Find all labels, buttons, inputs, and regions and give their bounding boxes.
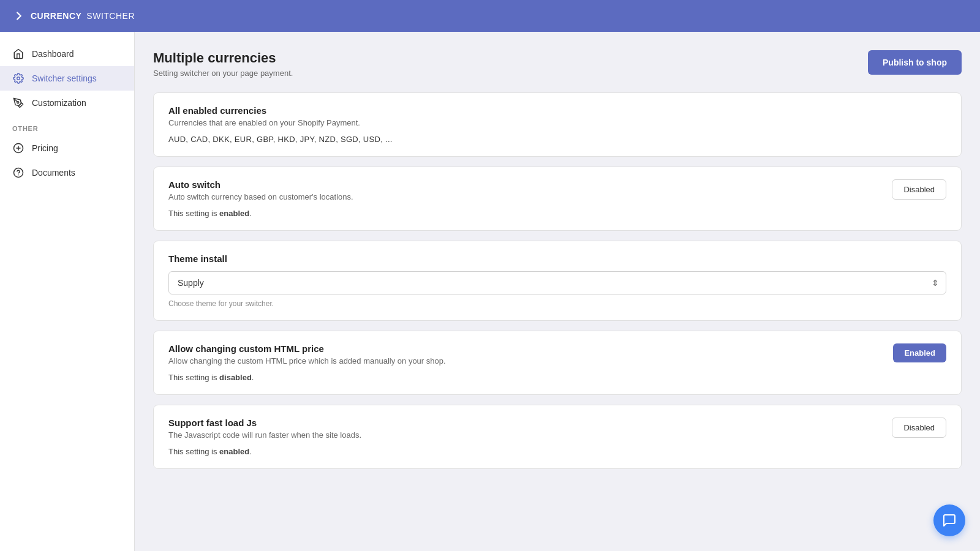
card-theme-install-body: Theme install Supply Dawn Debut Brooklyn… <box>154 241 961 320</box>
card-fast-load-js: Support fast load Js The Javascript code… <box>153 405 962 469</box>
custom-html-price-status-value: disabled <box>219 373 252 382</box>
page-subtitle: Setting switcher on your page payment. <box>153 69 293 78</box>
svg-point-1 <box>17 102 19 103</box>
theme-select-wrapper: Supply Dawn Debut Brooklyn Narrative ⇕ <box>168 271 946 294</box>
question-icon <box>12 167 24 179</box>
fast-load-js-status-value: enabled <box>219 447 249 456</box>
auto-switch-status-suffix: . <box>249 209 252 218</box>
currencies-list: AUD, CAD, DKK, EUR, GBP, HKD, JPY, NZD, … <box>168 135 946 144</box>
card-fast-load-js-row: Support fast load Js The Javascript code… <box>168 418 946 456</box>
card-fast-load-js-body: Support fast load Js The Javascript code… <box>154 405 961 468</box>
sidebar-item-pricing-label: Pricing <box>32 143 58 153</box>
sidebar-item-switcher-label: Switcher settings <box>32 73 97 83</box>
fast-load-js-status-prefix: This setting is <box>168 447 219 456</box>
app-logo: CURRENCY SWITCHER <box>12 9 135 23</box>
card-all-currencies-desc: Currencies that are enabled on your Shop… <box>168 118 946 127</box>
card-auto-switch-body: Auto switch Auto switch currency based o… <box>154 167 961 230</box>
page-header-text: Multiple currencies Setting switcher on … <box>153 50 293 78</box>
theme-hint: Choose theme for your switcher. <box>168 299 946 308</box>
auto-switch-toggle-button[interactable]: Disabled <box>892 179 946 200</box>
card-fast-load-js-title: Support fast load Js <box>168 418 882 428</box>
card-auto-switch-content: Auto switch Auto switch currency based o… <box>168 179 882 218</box>
sidebar-item-pricing[interactable]: Pricing <box>0 136 134 160</box>
publish-button[interactable]: Publish to shop <box>868 50 962 75</box>
card-all-currencies-title: All enabled currencies <box>168 105 946 116</box>
main-content: Multiple currencies Setting switcher on … <box>135 32 980 551</box>
card-theme-install-title: Theme install <box>168 253 946 264</box>
fast-load-js-toggle-button[interactable]: Disabled <box>892 418 946 438</box>
auto-switch-status-prefix: This setting is <box>168 209 219 218</box>
home-icon <box>12 48 24 60</box>
custom-html-price-toggle-button[interactable]: Enabled <box>893 343 946 362</box>
card-custom-html-price-desc: Allow changing the custom HTML price whi… <box>168 356 883 365</box>
auto-switch-status: This setting is enabled. <box>168 209 882 218</box>
page-title: Multiple currencies <box>153 50 293 66</box>
sidebar-item-customization-label: Customization <box>32 98 86 108</box>
sidebar-section-other: OTHER <box>0 115 134 136</box>
theme-select[interactable]: Supply Dawn Debut Brooklyn Narrative <box>168 271 946 294</box>
card-fast-load-js-content: Support fast load Js The Javascript code… <box>168 418 882 456</box>
card-auto-switch-desc: Auto switch currency based on customer's… <box>168 192 882 201</box>
logo-switcher-text: SWITCHER <box>86 11 135 21</box>
page-header: Multiple currencies Setting switcher on … <box>153 50 962 78</box>
sidebar-item-customization[interactable]: Customization <box>0 91 134 115</box>
custom-html-price-status: This setting is disabled. <box>168 373 883 382</box>
custom-html-price-status-prefix: This setting is <box>168 373 219 382</box>
card-auto-switch-row: Auto switch Auto switch currency based o… <box>168 179 946 218</box>
sidebar-item-documents[interactable]: Documents <box>0 160 134 185</box>
card-custom-html-price-title: Allow changing custom HTML price <box>168 343 883 354</box>
card-auto-switch-title: Auto switch <box>168 179 882 190</box>
card-custom-html-price-content: Allow changing custom HTML price Allow c… <box>168 343 883 382</box>
custom-html-price-status-suffix: . <box>252 373 254 382</box>
fast-load-js-status-suffix: . <box>249 447 252 456</box>
card-auto-switch: Auto switch Auto switch currency based o… <box>153 167 962 231</box>
card-fast-load-js-desc: The Javascript code will run faster when… <box>168 430 882 440</box>
svg-point-0 <box>17 77 20 80</box>
card-custom-html-price-row: Allow changing custom HTML price Allow c… <box>168 343 946 382</box>
card-theme-install: Theme install Supply Dawn Debut Brooklyn… <box>153 241 962 321</box>
card-all-currencies-body: All enabled currencies Currencies that a… <box>154 93 961 156</box>
sidebar-item-dashboard-label: Dashboard <box>32 49 74 59</box>
switcher-icon <box>12 72 24 84</box>
chat-button[interactable] <box>933 504 965 536</box>
sidebar-item-documents-label: Documents <box>32 168 75 178</box>
card-custom-html-price-body: Allow changing custom HTML price Allow c… <box>154 331 961 394</box>
logo-icon <box>12 9 26 23</box>
brush-icon <box>12 97 24 109</box>
sidebar-item-dashboard[interactable]: Dashboard <box>0 42 134 66</box>
fast-load-js-status: This setting is enabled. <box>168 447 882 456</box>
auto-switch-status-value: enabled <box>219 209 249 218</box>
card-custom-html-price: Allow changing custom HTML price Allow c… <box>153 331 962 395</box>
chat-icon <box>942 513 957 528</box>
logo-currency-text: CURRENCY <box>31 11 81 21</box>
sidebar: Dashboard Switcher settings Customizat <box>0 32 135 551</box>
sidebar-item-switcher-settings[interactable]: Switcher settings <box>0 66 134 91</box>
card-all-currencies: All enabled currencies Currencies that a… <box>153 92 962 157</box>
app-header: CURRENCY SWITCHER <box>0 0 980 32</box>
dollar-icon <box>12 142 24 154</box>
